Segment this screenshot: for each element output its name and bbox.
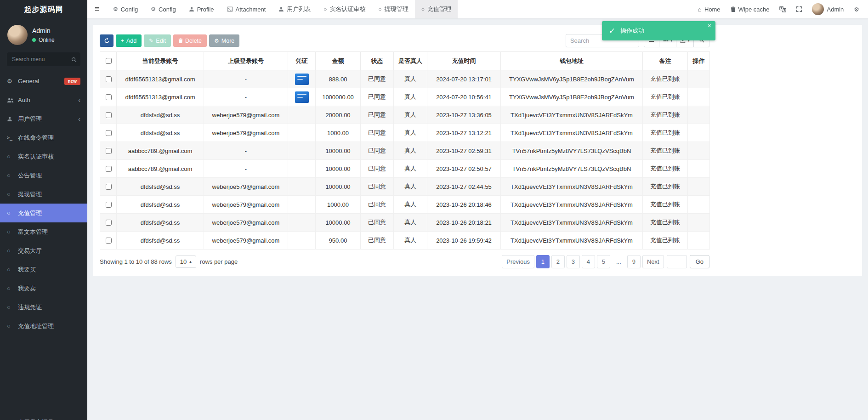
- column-header[interactable]: 操作: [688, 52, 710, 70]
- column-header[interactable]: 当前登录账号: [117, 52, 204, 70]
- column-header[interactable]: 充值时间: [427, 52, 501, 70]
- circle-icon: ○: [7, 153, 18, 160]
- sidebar-item[interactable]: ○违规凭证: [0, 298, 87, 317]
- check-icon: ✓: [609, 26, 615, 36]
- column-header[interactable]: 备注: [643, 52, 688, 70]
- column-header[interactable]: 钱包地址: [501, 52, 643, 70]
- column-header[interactable]: 凭证: [288, 52, 316, 70]
- more-button[interactable]: ⚙ More: [209, 34, 239, 47]
- fullscreen-button[interactable]: [791, 0, 807, 19]
- sidebar-item-label: 提现管理: [18, 190, 42, 199]
- page-button[interactable]: 3: [567, 255, 580, 268]
- voucher-image[interactable]: [295, 91, 309, 103]
- cell-time: 2023-10-26 20:18:21: [427, 214, 501, 232]
- nav-tab[interactable]: 用户列表: [272, 0, 317, 18]
- terminal-icon: >_: [7, 135, 18, 140]
- sidebar-item-label: 交易大厅: [18, 247, 42, 255]
- table-row: dfdsfsd@sd.ssweberjoe579@gmail.com10000.…: [100, 178, 710, 196]
- circle-icon: ○: [323, 6, 327, 12]
- sidebar-item[interactable]: ○充值管理: [0, 204, 87, 222]
- language-button[interactable]: [774, 0, 791, 19]
- gear-icon: ⚙: [214, 38, 219, 44]
- page-button[interactable]: 1: [536, 255, 550, 268]
- menu-search-input[interactable]: [7, 52, 80, 66]
- row-checkbox[interactable]: [106, 166, 112, 172]
- sidebar-item[interactable]: ○我要卖: [0, 279, 87, 298]
- page-button[interactable]: 5: [597, 255, 610, 268]
- select-all-checkbox[interactable]: [106, 58, 112, 64]
- sidebar-item[interactable]: ○公告管理: [0, 166, 87, 185]
- nav-tab[interactable]: Attachment: [221, 0, 272, 18]
- sidebar-toggle-icon[interactable]: ≡: [87, 0, 107, 18]
- row-checkbox[interactable]: [106, 202, 112, 208]
- column-header[interactable]: 上级登录账号: [204, 52, 288, 70]
- circle-icon: ○: [7, 323, 18, 329]
- table-row: dfdf65651313@gmail.com-1000000.00已同意真人20…: [100, 88, 710, 106]
- row-checkbox[interactable]: [106, 184, 112, 190]
- sidebar-item[interactable]: ○大厅卖出记录: [0, 413, 87, 420]
- user-icon: [278, 6, 284, 12]
- sidebar-item[interactable]: ○我要买: [0, 260, 87, 279]
- cell-select: [100, 232, 117, 250]
- home-link[interactable]: ⌂ Home: [693, 0, 726, 19]
- add-button[interactable]: + Add: [116, 34, 142, 47]
- sidebar-item[interactable]: ○充值地址管理: [0, 317, 87, 335]
- sidebar-item[interactable]: ○提现管理: [0, 185, 87, 204]
- nav-tab-label: Config: [121, 6, 138, 13]
- delete-button[interactable]: Delete: [173, 34, 207, 47]
- settings-button[interactable]: ⚙: [849, 0, 864, 19]
- page-button[interactable]: ...: [612, 255, 625, 268]
- nav-tab[interactable]: Profile: [182, 0, 221, 18]
- cell-status: 已同意: [361, 178, 394, 196]
- row-checkbox[interactable]: [106, 220, 112, 226]
- sidebar-item[interactable]: ○实名认证审核: [0, 147, 87, 166]
- success-toast: ✓ 操作成功 ×: [602, 21, 715, 40]
- cell-voucher: [288, 106, 316, 124]
- nav-tab[interactable]: ○提现管理: [372, 0, 415, 18]
- refresh-button[interactable]: [100, 34, 113, 47]
- page-button[interactable]: 2: [551, 255, 565, 268]
- nav-tab[interactable]: ○实名认证审核: [317, 0, 372, 18]
- row-checkbox[interactable]: [106, 112, 112, 118]
- user-name: Admin: [32, 27, 55, 34]
- sidebar-item[interactable]: ○富文本管理: [0, 222, 87, 241]
- column-header[interactable]: 状态: [361, 52, 394, 70]
- cell-wallet-address: TXd1juevcVEt3YTxmmxUN3V8SJARFdSkYm: [501, 178, 643, 196]
- sidebar-item-label: 用户管理: [18, 115, 42, 123]
- wipe-cache-link[interactable]: Wipe cache: [726, 0, 775, 19]
- row-checkbox[interactable]: [106, 148, 112, 154]
- row-checkbox[interactable]: [106, 94, 112, 100]
- column-header[interactable]: 金额: [316, 52, 361, 70]
- admin-menu[interactable]: Admin: [807, 0, 849, 19]
- cell-wallet-address: TVn57nkPtmfz5yMz8VY7LS73LQzVScqBbN: [501, 142, 643, 160]
- page-jump-input[interactable]: [667, 255, 687, 268]
- page-size-dropdown[interactable]: 10 ▴: [176, 255, 196, 268]
- go-button[interactable]: Go: [690, 255, 709, 268]
- voucher-image[interactable]: [295, 74, 309, 85]
- previous-page-button[interactable]: Previous: [502, 255, 534, 268]
- table-row: dfdsfsd@sd.ssweberjoe579@gmail.com10000.…: [100, 214, 710, 232]
- cell-parent-account: weberjoe579@gmail.com: [204, 124, 288, 142]
- sidebar-item[interactable]: Auth‹: [0, 91, 87, 109]
- close-icon[interactable]: ×: [708, 23, 711, 29]
- row-checkbox[interactable]: [106, 130, 112, 136]
- sidebar-item-label: General: [18, 78, 39, 85]
- sidebar-item[interactable]: ⚙Generalnew: [0, 72, 87, 91]
- nav-tab[interactable]: ○充值管理: [415, 0, 458, 18]
- nav-tab[interactable]: ⚙Config: [144, 0, 182, 18]
- column-header[interactable]: 是否真人: [394, 52, 427, 70]
- cell-real-person: 真人: [394, 124, 427, 142]
- sidebar-item[interactable]: >_在线命令管理: [0, 128, 87, 147]
- cell-parent-account: -: [204, 88, 288, 106]
- nav-tab[interactable]: ⚙Config: [107, 0, 144, 18]
- page-button[interactable]: 4: [582, 255, 595, 268]
- page-button[interactable]: 9: [627, 255, 641, 268]
- edit-button[interactable]: ✎ Edit: [144, 34, 171, 47]
- row-checkbox[interactable]: [106, 76, 112, 82]
- gear-icon: ⚙: [7, 78, 18, 85]
- row-checkbox[interactable]: [106, 238, 112, 244]
- next-page-button[interactable]: Next: [642, 255, 664, 268]
- sidebar-item[interactable]: ○交易大厅: [0, 241, 87, 260]
- sidebar-item[interactable]: 用户管理‹: [0, 109, 87, 128]
- cell-wallet-address: TXd1juevcVEt3YTxmmxUN3V8SJARFdSkYm: [501, 232, 643, 250]
